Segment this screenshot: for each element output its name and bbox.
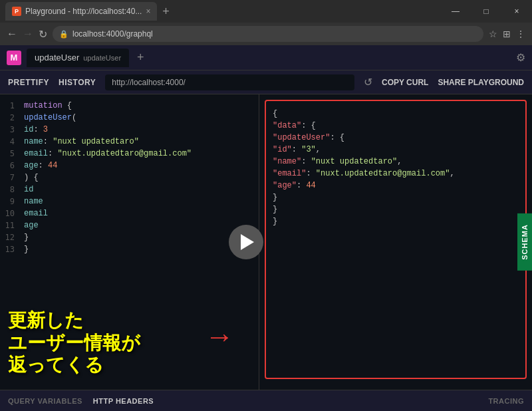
minimize-button[interactable]: — bbox=[440, 0, 471, 23]
result-border: { "data": { "updateUser": { "id": "3", "… bbox=[265, 100, 527, 379]
code-line-13: } bbox=[24, 243, 253, 255]
forward-button[interactable]: → bbox=[23, 28, 33, 40]
bookmark-icon[interactable]: ☆ bbox=[489, 29, 497, 39]
result-line-7: "age": 44 bbox=[273, 180, 519, 192]
close-tab-icon[interactable]: updateUser bbox=[83, 54, 121, 62]
copy-curl-button[interactable]: COPY CURL bbox=[382, 78, 428, 87]
annotation-text: 更新した ユーザー情報が 返ってくる bbox=[8, 309, 140, 376]
tracing-tab[interactable]: TRACING bbox=[488, 397, 524, 405]
code-line-12: } bbox=[24, 231, 253, 243]
result-line-1: { bbox=[273, 108, 519, 120]
code-editor[interactable]: mutation { updateUser( id: 3 name: "nuxt… bbox=[0, 100, 259, 255]
gear-icon[interactable]: ⚙ bbox=[516, 51, 525, 64]
http-headers-tab[interactable]: HTTP HEADERS bbox=[93, 397, 154, 405]
toolbar: PRETTIFY HISTORY http://localhost:4000/ … bbox=[0, 70, 532, 94]
result-line-6: "email": "nuxt.updatedtaro@gmail.com", bbox=[273, 168, 519, 180]
result-line-10: } bbox=[273, 215, 519, 227]
result-line-4: "id": "3", bbox=[273, 144, 519, 156]
lock-icon: 🔒 bbox=[59, 30, 68, 39]
arrow-annotation: → bbox=[205, 320, 234, 353]
app-header: M updateUser updateUser + ⚙ bbox=[0, 45, 532, 70]
url-display[interactable]: localhost:4000/graphql bbox=[72, 29, 153, 39]
code-line-7: ) { bbox=[24, 172, 253, 184]
close-button[interactable]: × bbox=[501, 0, 532, 23]
play-button-container bbox=[229, 225, 263, 259]
endpoint-input[interactable]: http://localhost:4000/ bbox=[105, 74, 354, 90]
schema-tab[interactable]: SCHEMA bbox=[517, 213, 532, 271]
browser-address-bar: ← → ↻ 🔒 localhost:4000/graphql ☆ ⊞ ⋮ bbox=[0, 23, 532, 45]
new-tab-button[interactable]: + bbox=[157, 3, 174, 20]
code-line-6: age: 44 bbox=[24, 160, 253, 172]
result-line-9: } bbox=[273, 204, 519, 215]
code-line-3: id: 3 bbox=[24, 124, 253, 136]
tab-label: updateUser bbox=[35, 53, 79, 63]
app-logo: M bbox=[7, 51, 21, 65]
browser-tab[interactable]: P Playground - http://localhost:40... × bbox=[5, 2, 157, 21]
result-line-8: } bbox=[273, 192, 519, 204]
main-content: 12345678910111213 mutation { updateUser(… bbox=[0, 94, 532, 390]
annotation-overlay: 更新した ユーザー情報が 返ってくる bbox=[8, 309, 140, 376]
result-line-3: "updateUser": { bbox=[273, 132, 519, 144]
result-panel: { "data": { "updateUser": { "id": "3", "… bbox=[259, 94, 532, 390]
back-button[interactable]: ← bbox=[7, 28, 17, 40]
code-line-8: id bbox=[24, 184, 253, 196]
tab-favicon: P bbox=[12, 7, 21, 16]
active-tab[interactable]: updateUser updateUser bbox=[27, 49, 129, 67]
line-numbers: 12345678910111213 bbox=[0, 100, 19, 255]
extensions-icon[interactable]: ⊞ bbox=[503, 29, 511, 39]
code-line-1: mutation { bbox=[24, 100, 253, 112]
maximize-button[interactable]: □ bbox=[471, 0, 501, 23]
code-line-10: email bbox=[24, 207, 253, 219]
refresh-button[interactable]: ↺ bbox=[364, 76, 372, 88]
execute-button[interactable] bbox=[229, 225, 263, 259]
tab-close-icon[interactable]: × bbox=[146, 7, 150, 16]
tab-title: Playground - http://localhost:40... bbox=[25, 7, 142, 16]
result-line-5: "name": "nuxt updatedtaro", bbox=[273, 156, 519, 168]
add-tab-button[interactable]: + bbox=[137, 51, 144, 65]
result-line-2: "data": { bbox=[273, 120, 519, 132]
menu-icon[interactable]: ⋮ bbox=[516, 29, 525, 39]
bottom-bar: QUERY VARIABLES HTTP HEADERS TRACING bbox=[0, 390, 532, 411]
play-icon bbox=[241, 234, 254, 250]
prettify-button[interactable]: PRETTIFY bbox=[8, 78, 49, 87]
query-variables-tab[interactable]: QUERY VARIABLES bbox=[8, 397, 82, 405]
code-line-4: name: "nuxt updatedtaro" bbox=[24, 136, 253, 148]
share-playground-button[interactable]: SHARE PLAYGROUND bbox=[438, 78, 524, 87]
refresh-nav-button[interactable]: ↻ bbox=[39, 28, 47, 41]
history-button[interactable]: HISTORY bbox=[59, 78, 96, 87]
code-line-2: updateUser( bbox=[24, 112, 253, 124]
code-line-11: age bbox=[24, 219, 253, 231]
code-line-9: name bbox=[24, 196, 253, 207]
code-line-5: email: "nuxt.updatedtaro@gmail.com" bbox=[24, 148, 253, 160]
